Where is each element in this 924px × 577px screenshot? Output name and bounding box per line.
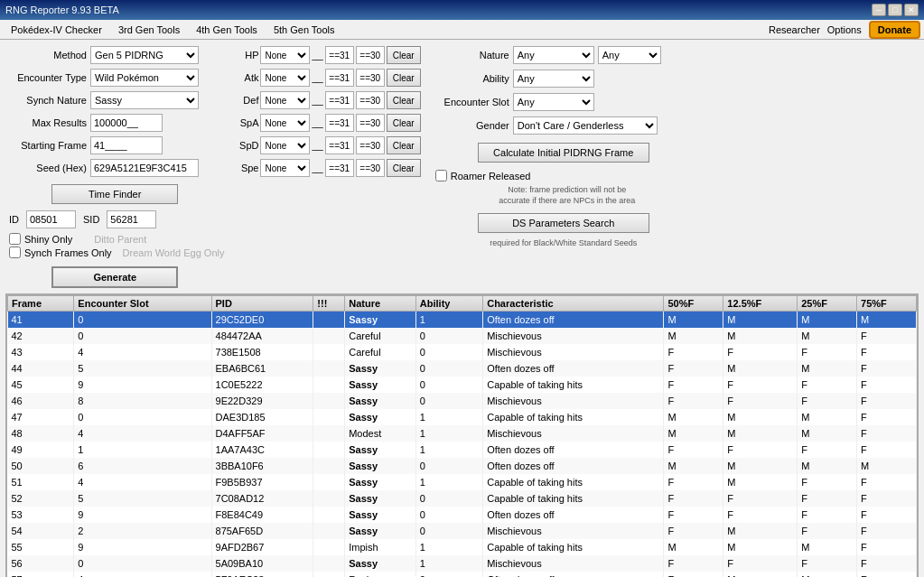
iv-spa-val1[interactable] [325, 114, 354, 132]
col-125f: 12.5%F [723, 296, 798, 312]
iv-spd-val1[interactable] [325, 136, 354, 154]
encounter-select[interactable]: Wild Pokémon [90, 69, 199, 87]
col-characteristic: Characteristic [483, 296, 664, 312]
results-table: Frame Encounter Slot PID !!! Nature Abil… [7, 295, 917, 577]
iv-spd-row: SpD None __ Clear [231, 135, 420, 155]
max-results-input[interactable] [90, 114, 163, 132]
ability-select[interactable]: Any [513, 70, 594, 88]
iv-hp-select[interactable]: None [260, 46, 310, 64]
donate-button[interactable]: Donate [869, 21, 920, 39]
iv-atk-row: Atk None __ Clear [231, 68, 420, 88]
iv-atk-val1[interactable] [325, 69, 354, 87]
iv-spe-select[interactable]: None [260, 159, 310, 177]
table-row[interactable]: 4689E22D329Sassy0MischievousFFFF [8, 393, 917, 409]
iv-hp-val2[interactable] [356, 46, 385, 64]
menu-5th-gen[interactable]: 5th Gen Tools [266, 23, 342, 37]
iv-spa-select[interactable]: None [260, 114, 310, 132]
menu-3rd-gen[interactable]: 3rd Gen Tools [111, 23, 187, 37]
note1: Note: frame prediction will not be [435, 185, 699, 196]
menu-pokedex[interactable]: Pokédex-IV Checker [4, 23, 109, 37]
menu-4th-gen[interactable]: 4th Gen Tools [189, 23, 265, 37]
iv-spd-clear[interactable]: Clear [387, 136, 421, 154]
ds-params-button[interactable]: DS Parameters Search [478, 213, 649, 233]
col-75f: 75%F [857, 296, 917, 312]
synch-select[interactable]: Sassy [90, 91, 199, 109]
iv-spd-select[interactable]: None [260, 136, 310, 154]
seed-row: Seed (Hex) [5, 158, 224, 178]
iv-spa-dash: __ [312, 117, 322, 128]
table-row[interactable]: 5745F0AEC28Rash0Often dozes offFMMF [8, 572, 917, 578]
method-select[interactable]: Gen 5 PIDRNG Gen 5 MTIVRNG [90, 46, 199, 64]
title-bar-controls: ─ □ ✕ [872, 4, 919, 16]
iv-hp-dash: __ [312, 50, 322, 60]
iv-spe-clear[interactable]: Clear [387, 159, 421, 177]
iv-atk-val2[interactable] [356, 69, 385, 87]
iv-def-clear[interactable]: Clear [387, 91, 421, 109]
table-header-row: Frame Encounter Slot PID !!! Nature Abil… [8, 296, 917, 312]
generate-button[interactable]: Generate [51, 266, 178, 288]
iv-hp-val1[interactable] [325, 46, 354, 64]
table-row[interactable]: 470DAE3D185Sassy1Capable of taking hitsM… [8, 409, 917, 425]
encounter-row: Encounter Type Wild Pokémon [5, 68, 224, 88]
researcher-link[interactable]: Researcher [769, 24, 820, 35]
iv-hp-clear[interactable]: Clear [387, 46, 421, 64]
starting-frame-input[interactable] [90, 136, 163, 154]
iv-spe-dash: __ [312, 163, 322, 173]
iv-spe-label: Spe [231, 163, 258, 173]
table-row[interactable]: 484D4AFF5AFModest1MischievousMMMF [8, 425, 917, 442]
nature-right-select[interactable]: Any [598, 46, 661, 64]
table-row[interactable]: 4911AA7A43CSassy1Often dozes offFFFF [8, 442, 917, 458]
table-row[interactable]: 5605A09BA10Sassy1MischievousFFFF [8, 555, 917, 572]
iv-spa-clear[interactable]: Clear [387, 114, 421, 132]
table-row[interactable]: 434738E1508Careful0MischievousFFFF [8, 344, 917, 360]
options-link[interactable]: Options [827, 24, 862, 35]
calc-pidrng-button[interactable]: Calculate Initial PIDRNG Frame [478, 143, 649, 163]
nature-select[interactable]: Any [513, 46, 594, 64]
time-finder-button[interactable]: Time Finder [51, 184, 178, 204]
method-row: Method Gen 5 PIDRNG Gen 5 MTIVRNG [5, 45, 224, 65]
table-row[interactable]: 5063BBA10F6Sassy0Often dozes offMMMM [8, 458, 917, 474]
maximize-button[interactable]: □ [888, 4, 902, 16]
table-row[interactable]: 5257C08AD12Sassy0Capable of taking hitsF… [8, 490, 917, 507]
table-container[interactable]: Frame Encounter Slot PID !!! Nature Abil… [6, 294, 918, 577]
seed-input[interactable] [90, 159, 199, 177]
iv-def-val1[interactable] [325, 91, 354, 109]
table-row[interactable]: 539F8E84C49Sassy0Often dozes offFFFF [8, 507, 917, 523]
iv-def-select[interactable]: None [260, 91, 310, 109]
synch-row: Synch Nature Sassy [5, 90, 224, 110]
roamer-checkbox[interactable] [435, 170, 447, 181]
iv-spa-row: SpA None __ Clear [231, 113, 420, 133]
starting-frame-label: Starting Frame [5, 140, 87, 151]
gender-select[interactable]: Don't Care / Genderless [513, 116, 658, 135]
iv-spa-val2[interactable] [356, 114, 385, 132]
table-row[interactable]: 5599AFD2B67Impish1Capable of taking hits… [8, 539, 917, 555]
synch-frames-checkbox[interactable] [9, 247, 21, 258]
top-panel: Method Gen 5 PIDRNG Gen 5 MTIVRNG Encoun… [5, 45, 919, 290]
col-pid: PID [211, 296, 313, 312]
left-controls: Method Gen 5 PIDRNG Gen 5 MTIVRNG Encoun… [5, 45, 224, 290]
table-row[interactable]: 514F9B5B937Sassy1Capable of taking hitsF… [8, 474, 917, 490]
table-row[interactable]: 420484472AACareful0MischievousMMMF [8, 328, 917, 344]
table-row[interactable]: 542875AF65DSassy0MischievousFMFF [8, 523, 917, 539]
shiny-checkbox[interactable] [9, 233, 21, 245]
ability-row: Ability Any [428, 69, 699, 88]
iv-spe-row: Spe None __ Clear [231, 158, 420, 178]
table-row[interactable]: 4591C0E5222Sassy0Capable of taking hitsF… [8, 377, 917, 393]
iv-atk-clear[interactable]: Clear [387, 69, 421, 87]
iv-spe-val1[interactable] [325, 159, 354, 177]
iv-atk-select[interactable]: None [260, 69, 310, 87]
iv-spd-label: SpD [231, 140, 258, 151]
iv-def-val2[interactable] [356, 91, 385, 109]
menu-bar: Pokédex-IV Checker 3rd Gen Tools 4th Gen… [0, 20, 924, 40]
sid-input[interactable] [107, 210, 156, 228]
iv-spe-val2[interactable] [356, 159, 385, 177]
minimize-button[interactable]: ─ [872, 4, 886, 16]
encounter-slot-select[interactable]: Any [513, 93, 594, 111]
id-input[interactable] [26, 210, 76, 228]
table-row[interactable]: 41029C52DE0Sassy1Often dozes offMMMM [8, 312, 917, 328]
table-row[interactable]: 445EBA6BC61Sassy0Often dozes offFMMF [8, 360, 917, 377]
col-encounter-slot: Encounter Slot [74, 296, 211, 312]
iv-spd-val2[interactable] [356, 136, 385, 154]
title-bar-title: RNG Reporter 9.93 BETA [5, 5, 119, 15]
close-button[interactable]: ✕ [904, 4, 919, 16]
